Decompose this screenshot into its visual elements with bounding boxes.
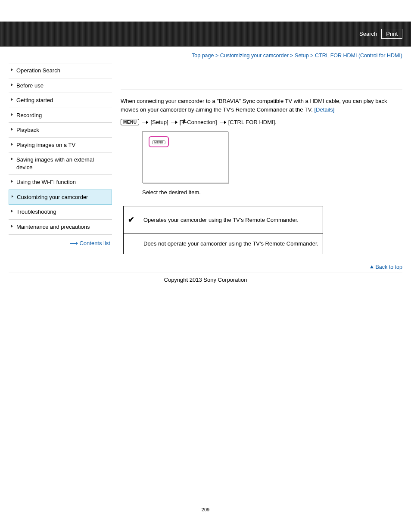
screen-mockup-highlight: MENU: [149, 136, 169, 147]
sidebar-item-label: Before use: [16, 82, 44, 89]
screen-mockup: MENU: [142, 131, 228, 183]
triangle-up-icon: [370, 265, 374, 268]
arrow-right-icon: [70, 243, 78, 244]
sidebar-item-label: Saving images with an external device: [16, 156, 94, 171]
sidebar-item-label: Troubleshooting: [16, 208, 56, 215]
sidebar-item-label: Maintenance and precautions: [16, 224, 90, 230]
arrow-right-icon: [220, 122, 226, 123]
path-step-ctrl: [CTRL FOR HDMI].: [228, 119, 277, 125]
sidebar-item-playback[interactable]: Playback: [9, 123, 112, 138]
page-number: 209: [0, 300, 411, 525]
instruction-text: Select the desired item.: [142, 189, 402, 196]
contents-list: Contents list: [9, 235, 112, 246]
check-icon: ✔: [124, 206, 139, 233]
search-link[interactable]: Search: [359, 31, 377, 37]
sidebar-item-label: Playback: [16, 127, 39, 133]
connection-icon: [181, 119, 187, 124]
breadcrumb-l3[interactable]: CTRL FOR HDMI (Control for HDMI): [315, 53, 402, 59]
sidebar-item-label: Recording: [16, 112, 42, 118]
breadcrumb-l1[interactable]: Customizing your camcorder: [220, 53, 289, 59]
menu-chip-icon: MENU: [121, 119, 139, 125]
sidebar-item-before-use[interactable]: Before use: [9, 78, 112, 93]
table-row: ✔ Operates your camcorder using the TV's…: [124, 206, 323, 233]
intro-text: When connecting your camcorder to a "BRA…: [121, 97, 402, 114]
check-icon: [124, 233, 139, 254]
sidebar-item-troubleshooting[interactable]: Troubleshooting: [9, 205, 112, 220]
sidebar-item-getting-started[interactable]: Getting started: [9, 93, 112, 108]
table-row: Does not operate your camcorder using th…: [124, 233, 323, 254]
back-to-top: Back to top: [0, 254, 411, 273]
print-button[interactable]: Print: [381, 29, 402, 39]
option-text: Operates your camcorder using the TV's R…: [139, 206, 323, 233]
arrow-right-icon: [142, 122, 148, 123]
menu-path: MENU [Setup] [Connection] [CTRL FOR HDMI…: [121, 119, 402, 125]
sidebar-item-recording[interactable]: Recording: [9, 108, 112, 123]
arrow-right-icon: [171, 122, 177, 123]
details-link[interactable]: [Details]: [314, 106, 335, 113]
breadcrumb-l2[interactable]: Setup: [295, 53, 309, 59]
sidebar-item-playing-images-tv[interactable]: Playing images on a TV: [9, 138, 112, 153]
divider: [121, 90, 402, 90]
sidebar-item-maintenance[interactable]: Maintenance and precautions: [9, 220, 112, 235]
menu-chip-small-icon: MENU: [152, 140, 165, 144]
path-step-setup: [Setup]: [150, 119, 168, 125]
path-step-connection: [Connection]: [180, 119, 217, 125]
options-table: ✔ Operates your camcorder using the TV's…: [123, 206, 323, 254]
breadcrumb-top[interactable]: Top page: [192, 53, 214, 59]
sidebar-nav: Operation Search Before use Getting star…: [9, 63, 112, 235]
sidebar-item-operation-search[interactable]: Operation Search: [9, 63, 112, 78]
sidebar-item-label: Operation Search: [16, 67, 60, 74]
top-bar: Search Print: [0, 22, 411, 47]
sidebar-item-customizing[interactable]: Customizing your camcorder: [9, 190, 112, 205]
sidebar-item-wifi[interactable]: Using the Wi-Fi function: [9, 175, 112, 190]
option-text: Does not operate your camcorder using th…: [139, 233, 323, 254]
back-to-top-link[interactable]: Back to top: [375, 264, 402, 270]
sidebar-item-label: Customizing your camcorder: [17, 194, 88, 200]
main-content: When connecting your camcorder to a "BRA…: [121, 63, 402, 254]
sidebar-item-saving-images-external[interactable]: Saving images with an external device: [9, 152, 112, 175]
copyright-text: Copyright 2013 Sony Corporation: [0, 273, 411, 300]
sidebar-item-label: Playing images on a TV: [16, 142, 75, 148]
sidebar-item-label: Getting started: [16, 97, 53, 103]
contents-list-link[interactable]: Contents list: [79, 240, 110, 246]
breadcrumb: Top page > Customizing your camcorder > …: [0, 47, 411, 63]
sidebar-item-label: Using the Wi-Fi function: [16, 179, 76, 185]
sidebar: Operation Search Before use Getting star…: [9, 63, 112, 246]
